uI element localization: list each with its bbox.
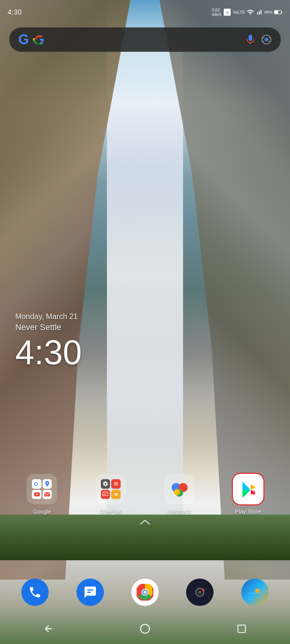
nav-bar [0,614,290,644]
data-speed: 0.02KB/S [212,8,221,17]
nfc-icon [223,8,231,16]
dock [0,579,290,606]
battery-icon [274,9,282,15]
app-playstore[interactable]: Play Store [233,474,263,515]
messages-icon [83,585,97,599]
svg-point-16 [174,489,180,495]
home-button[interactable] [137,620,153,637]
date-display: Monday, March 21 [15,312,82,321]
google-label: Google [33,508,51,515]
svg-marker-11 [105,493,106,495]
oneplus-icon-wrap[interactable] [96,474,126,504]
svg-rect-35 [238,625,245,633]
svg-point-12 [115,493,117,496]
status-time: 4:30 [8,8,22,16]
oneplus-label: OnePlus [100,508,122,515]
back-icon [43,623,54,634]
playstore-logo [239,480,258,499]
svg-rect-2 [281,11,282,13]
home-icon [140,623,150,634]
svg-text:G: G [18,32,29,47]
dock-messages[interactable] [76,579,104,606]
settings-mini [101,479,110,489]
svg-point-30 [199,591,202,594]
gmail-mini [43,490,52,499]
back-button[interactable] [40,620,57,637]
dock-launcher[interactable] [241,579,269,606]
battery-level: 49% [264,10,272,14]
svg-point-26 [143,591,147,594]
recents-icon [237,624,247,634]
clock-display: 4:30 [15,335,82,370]
widget-mini [111,490,121,499]
assistant-label: Assistant [168,508,191,515]
oneplus-red-mini [111,479,121,489]
google-folder-grid: G [32,479,52,499]
app-grid: G [0,474,290,515]
app-assistant[interactable]: Assistant [164,474,194,515]
chrome-icon [137,584,153,601]
google-maps-mini [43,479,52,489]
date-time-widget: Monday, March 21 Never Settle 4:30 [15,312,82,370]
svg-rect-1 [275,11,278,13]
svg-text:G: G [34,481,38,487]
youtube-mini [32,490,41,499]
playstore-label: Play Store [235,508,261,515]
dock-chrome[interactable] [131,579,159,606]
recents-button[interactable] [233,620,250,637]
svg-point-32 [248,585,262,599]
waterfall-overlay [107,0,183,547]
assistant-logo [169,479,189,499]
wifi-icon [247,8,254,16]
google-logo: G [17,32,32,47]
svg-point-34 [140,624,149,633]
app-google[interactable]: G [27,474,57,515]
app-oneplus[interactable]: OnePlus [96,474,126,515]
camera-icon [193,585,207,599]
svg-point-31 [202,589,204,591]
svg-point-5 [265,38,268,41]
screenrecord-mini [101,490,110,499]
svg-point-33 [255,588,260,593]
google-g-colored [32,32,47,47]
search-bar[interactable]: G [9,27,281,52]
launcher-icon [248,585,262,599]
phone-icon [28,585,42,599]
mic-button[interactable] [244,33,257,46]
status-bar: 4:30 0.02KB/S VoLTE 49% [0,0,290,21]
volte-indicator: VoLTE [233,10,245,14]
google-g-mini: G [32,479,41,489]
google-lens-button[interactable] [260,33,273,46]
dock-camera[interactable] [186,579,214,606]
status-icons: 0.02KB/S VoLTE 49% [212,8,282,17]
google-icon-wrap[interactable]: G [27,474,57,504]
svg-rect-9 [45,493,50,497]
motto-display: Never Settle [15,322,82,332]
assistant-icon-wrap[interactable] [164,474,194,504]
playstore-icon-wrap[interactable] [233,474,263,504]
up-chevron[interactable] [139,518,151,526]
oneplus-folder-grid [101,479,121,499]
signal-icon [256,9,263,16]
dock-phone[interactable] [21,579,49,606]
